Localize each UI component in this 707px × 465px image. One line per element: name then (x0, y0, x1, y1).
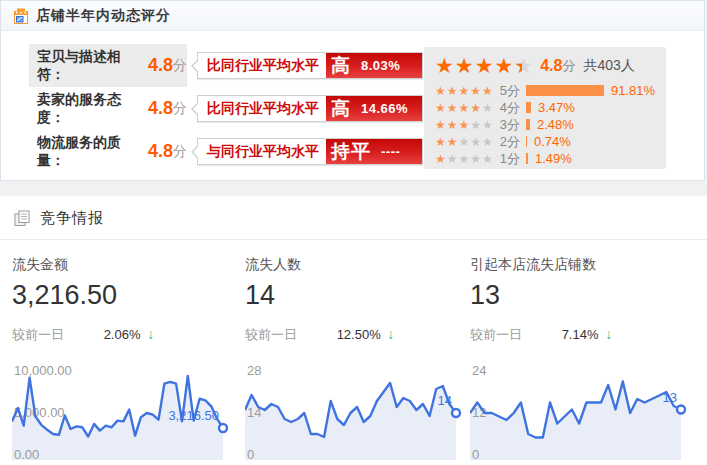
badge-value: 8.03% (361, 58, 400, 73)
star-row-icon: ★★★★★ (435, 102, 494, 114)
ratings-panel-title: 店铺半年内动态评分 (36, 7, 171, 25)
industry-compare-badge: 比同行业平均水平 高 14.66% (197, 95, 423, 122)
rating-label-box: 物流服务的质量： 4.8 分 (29, 130, 187, 173)
rating-score: 4.8 (148, 55, 173, 76)
distribution-row: ★★★★★ 4分 3.47% (435, 99, 655, 116)
rating-distribution: ★★★★★ 5分 91.81% ★★★★★ 4分 3.47% ★★★★★ 3分 … (435, 82, 655, 167)
shop-ratings-panel: 店铺半年内动态评分 宝贝与描述相符： 4.8 分 比同行业平均水平 高 8.03… (0, 0, 705, 181)
rating-row-description[interactable]: 宝贝与描述相符： 4.8 分 比同行业平均水平 高 8.03% (29, 44, 423, 87)
overall-score-unit: 分 (562, 57, 575, 75)
star-row-icon: ★★★★★ (435, 85, 494, 97)
compare-label: 较前一日 (12, 326, 100, 344)
star-row-icon: ★★★★★ (435, 136, 494, 148)
compare-change: 7.14% (562, 327, 599, 342)
shop-icon (13, 8, 29, 24)
distribution-label: 2分 (500, 133, 520, 151)
rating-score: 4.8 (148, 141, 173, 162)
ratings-panel-header: 店铺半年内动态评分 (1, 1, 704, 31)
industry-compare-badge: 与同行业平均水平 持平 ---- (197, 138, 423, 165)
rating-label: 宝贝与描述相符： (37, 48, 143, 84)
distribution-label: 3分 (500, 116, 520, 134)
compare-change: 12.50% (337, 327, 381, 342)
star-row-icon: ★★★★★ (435, 153, 494, 165)
rating-row-service[interactable]: 卖家的服务态度： 4.8 分 比同行业平均水平 高 14.66% (29, 87, 423, 130)
svg-text:13: 13 (663, 390, 677, 405)
rating-score: 4.8 (148, 98, 173, 119)
metric-lost-visitors: 流失人数 14 较前一日 12.50% ↓ (245, 256, 471, 344)
distribution-percent: 0.74% (534, 134, 571, 149)
metric-compare: 较前一日 7.14% ↓ (470, 326, 696, 344)
badge-result: 高 8.03% (326, 53, 422, 78)
competition-header: 竞争情报 (0, 196, 707, 240)
lost-amount-trend-chart[interactable]: 10,000.005,000.000.003,216.50 (12, 356, 237, 460)
metric-value: 14 (245, 280, 471, 311)
svg-text:10,000.00: 10,000.00 (14, 363, 72, 378)
distribution-row: ★★★★★ 5分 91.81% (435, 82, 655, 99)
distribution-percent: 2.48% (537, 117, 574, 132)
badge-word: 持平 (331, 139, 371, 165)
badge-result: 持平 ---- (326, 139, 422, 164)
rating-label-box: 宝贝与描述相符： 4.8 分 (29, 44, 187, 87)
compare-change: 2.06% (104, 327, 141, 342)
rating-row-logistics[interactable]: 物流服务的质量： 4.8 分 与同行业平均水平 持平 ---- (29, 130, 423, 173)
badge-word: 高 (331, 96, 351, 122)
metric-value: 3,216.50 (12, 280, 238, 311)
compare-label: 较前一日 (245, 326, 333, 344)
compare-label: 较前一日 (470, 326, 558, 344)
rating-summary-box: ★★★★★★★★★★ 4.8 分 共403人 ★★★★★ 5分 91.81% ★… (424, 47, 666, 169)
rating-label: 卖家的服务态度： (37, 91, 143, 127)
distribution-bar (526, 119, 530, 130)
distribution-bar (526, 102, 531, 113)
badge-prefix-text: 比同行业平均水平 (198, 53, 326, 78)
svg-text:24: 24 (472, 363, 486, 378)
industry-compare-badge: 比同行业平均水平 高 8.03% (197, 52, 423, 79)
competition-section: 竞争情报 流失金额 3,216.50 较前一日 2.06% ↓ 流失人数 14 … (0, 196, 707, 465)
distribution-bar (526, 136, 527, 147)
metric-compare: 较前一日 2.06% ↓ (12, 326, 238, 344)
badge-prefix-text: 比同行业平均水平 (198, 96, 326, 121)
rating-label: 物流服务的质量： (37, 134, 143, 170)
distribution-label: 5分 (500, 82, 520, 100)
metric-value: 13 (470, 280, 696, 311)
badge-prefix-text: 与同行业平均水平 (198, 139, 326, 164)
distribution-label: 4分 (500, 99, 520, 117)
metric-label: 流失人数 (245, 256, 471, 274)
distribution-bar (526, 85, 604, 96)
lost-visitors-trend-chart[interactable]: 2814014 (245, 356, 470, 460)
metric-competitor-shops: 引起本店流失店铺数 13 较前一日 7.14% ↓ (470, 256, 696, 344)
down-arrow-icon: ↓ (605, 326, 612, 342)
svg-text:14: 14 (438, 393, 452, 408)
distribution-row: ★★★★★ 2分 0.74% (435, 133, 655, 150)
distribution-row: ★★★★★ 3分 2.48% (435, 116, 655, 133)
reports-copy-icon (14, 210, 31, 227)
distribution-percent: 91.81% (611, 83, 655, 98)
competition-title: 竞争情报 (40, 209, 104, 228)
rating-score-unit: 分 (173, 100, 187, 118)
metric-lost-amount: 流失金额 3,216.50 较前一日 2.06% ↓ (12, 256, 238, 344)
badge-result: 高 14.66% (326, 96, 422, 121)
badge-value: 14.66% (361, 101, 408, 116)
down-arrow-icon: ↓ (147, 326, 154, 342)
distribution-bar (526, 153, 528, 164)
down-arrow-icon: ↓ (387, 326, 394, 342)
svg-text:3,216.50: 3,216.50 (168, 408, 219, 423)
distribution-label: 1分 (500, 150, 520, 168)
metric-label: 流失金额 (12, 256, 238, 274)
rating-score-unit: 分 (173, 57, 187, 75)
badge-word: 高 (331, 53, 351, 79)
star-fill-overlay: ★★★★★ (435, 55, 522, 77)
overall-rating-row: ★★★★★★★★★★ 4.8 分 共403人 (435, 53, 655, 79)
rating-label-box: 卖家的服务态度： 4.8 分 (29, 87, 187, 130)
svg-text:28: 28 (247, 363, 261, 378)
star-row-icon: ★★★★★ (435, 119, 494, 131)
badge-value: ---- (381, 144, 400, 159)
competitor-shops-trend-chart[interactable]: 2412013 (470, 356, 695, 460)
distribution-percent: 3.47% (538, 100, 575, 115)
rating-score-unit: 分 (173, 143, 187, 161)
overall-score: 4.8 (540, 57, 562, 75)
metric-compare: 较前一日 12.50% ↓ (245, 326, 471, 344)
metric-label: 引起本店流失店铺数 (470, 256, 696, 274)
svg-text:0.00: 0.00 (14, 447, 39, 460)
svg-text:0: 0 (472, 447, 479, 460)
distribution-row: ★★★★★ 1分 1.49% (435, 150, 655, 167)
